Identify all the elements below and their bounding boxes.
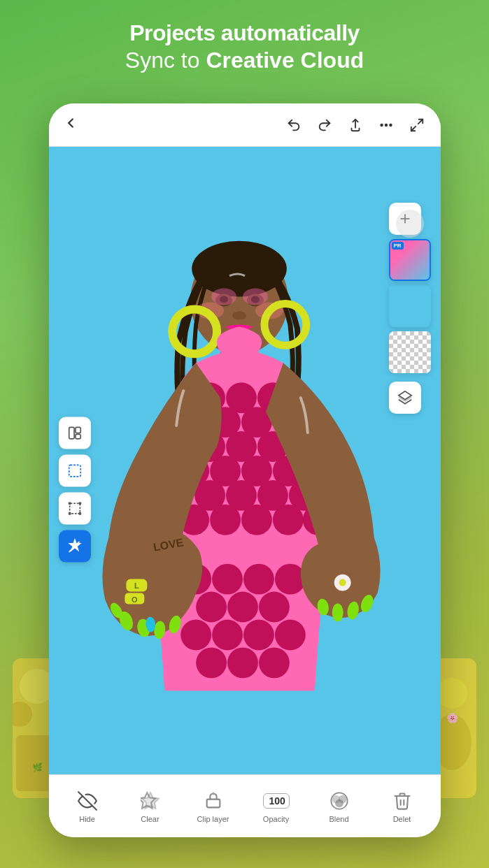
svg-rect-87 — [78, 502, 81, 505]
svg-point-10 — [385, 124, 386, 125]
svg-point-56 — [258, 592, 289, 623]
transform-button[interactable] — [59, 493, 91, 525]
svg-point-60 — [274, 619, 305, 650]
clear-tool[interactable]: Clear — [129, 790, 171, 823]
svg-rect-99 — [206, 799, 220, 807]
svg-point-77 — [332, 604, 343, 622]
opacity-value[interactable]: 100 — [263, 793, 290, 809]
svg-rect-85 — [69, 503, 80, 514]
clip-icon — [202, 790, 225, 812]
svg-point-61 — [196, 647, 227, 678]
delete-tool[interactable]: Delet — [381, 790, 423, 823]
blend-icon — [328, 790, 350, 812]
trash-icon — [391, 790, 413, 812]
svg-text:L: L — [134, 581, 139, 590]
svg-point-26 — [232, 311, 246, 319]
blend-label: Blend — [329, 815, 348, 823]
share-button[interactable] — [346, 115, 365, 135]
svg-point-47 — [241, 505, 272, 535]
svg-line-12 — [418, 119, 422, 123]
svg-rect-83 — [75, 434, 80, 438]
svg-point-22 — [211, 289, 236, 305]
hide-tool[interactable]: Hide — [66, 790, 108, 823]
back-button[interactable] — [63, 115, 85, 134]
svg-point-62 — [227, 647, 258, 678]
panels-button[interactable] — [59, 417, 91, 449]
right-panel: PR — [389, 203, 431, 414]
header-section: Projects automatically Sync to Creative … — [0, 0, 489, 89]
svg-text:O: O — [132, 595, 138, 604]
svg-text:🌸: 🌸 — [446, 712, 459, 724]
svg-point-9 — [381, 124, 382, 125]
phone-topbar — [49, 103, 441, 147]
svg-point-104 — [335, 799, 343, 807]
svg-point-46 — [210, 505, 241, 535]
svg-point-53 — [274, 564, 305, 595]
opacity-label: Opacity — [263, 815, 289, 823]
left-toolbar — [59, 417, 91, 563]
bottom-toolbar: Hide Clear — [49, 774, 441, 837]
redo-button[interactable] — [315, 115, 334, 135]
opacity-tool[interactable]: 100 Opacity — [255, 790, 297, 823]
expand-button[interactable] — [407, 115, 427, 135]
phone-container: L O — [49, 103, 441, 837]
svg-marker-97 — [142, 793, 158, 808]
canvas-area[interactable]: L O — [49, 147, 441, 774]
svg-point-52 — [243, 564, 274, 595]
header-line2-bold: Creative Cloud — [206, 48, 364, 73]
opacity-icon: 100 — [265, 790, 288, 812]
svg-rect-88 — [68, 512, 71, 515]
magic-button[interactable] — [59, 530, 91, 563]
svg-point-63 — [258, 647, 289, 678]
clip-tool[interactable]: Clip layer — [192, 790, 234, 823]
svg-point-23 — [243, 289, 268, 305]
eye-off-icon — [76, 790, 99, 812]
layer-thumb-1[interactable]: PR — [389, 239, 431, 281]
svg-point-6 — [437, 678, 467, 709]
more-button[interactable] — [376, 115, 396, 135]
layer-thumb-2[interactable] — [389, 285, 431, 327]
phone-frame: L O — [49, 103, 441, 837]
svg-point-55 — [227, 592, 258, 623]
svg-rect-82 — [75, 427, 80, 433]
svg-point-54 — [196, 592, 227, 623]
svg-point-51 — [212, 564, 243, 595]
svg-rect-86 — [68, 502, 71, 505]
svg-point-74 — [339, 579, 346, 586]
clip-label: Clip layer — [197, 815, 229, 823]
clear-icon — [139, 790, 162, 812]
svg-rect-81 — [69, 427, 73, 439]
undo-button[interactable] — [284, 115, 304, 135]
header-line2: Sync to Creative Cloud — [14, 46, 475, 75]
svg-point-57 — [180, 619, 211, 650]
hide-label: Hide — [79, 815, 95, 823]
svg-point-58 — [212, 619, 243, 650]
delete-label: Delet — [393, 815, 411, 823]
svg-point-11 — [390, 124, 391, 125]
svg-rect-89 — [78, 512, 81, 515]
svg-rect-84 — [69, 465, 80, 477]
canvas-content: L O — [49, 147, 441, 774]
svg-point-48 — [272, 505, 303, 535]
svg-text:🌿: 🌿 — [32, 762, 43, 772]
topbar-actions — [284, 115, 427, 135]
header-line2-prefix: Sync to — [125, 48, 206, 73]
blend-tool[interactable]: Blend — [318, 790, 360, 823]
svg-line-13 — [411, 126, 415, 130]
svg-point-59 — [243, 619, 274, 650]
selection-button[interactable] — [59, 455, 91, 487]
header-line1: Projects automatically — [14, 20, 475, 46]
layers-panel-button[interactable] — [389, 382, 421, 414]
clear-label: Clear — [141, 815, 159, 823]
layer-thumb-3[interactable] — [389, 331, 431, 373]
